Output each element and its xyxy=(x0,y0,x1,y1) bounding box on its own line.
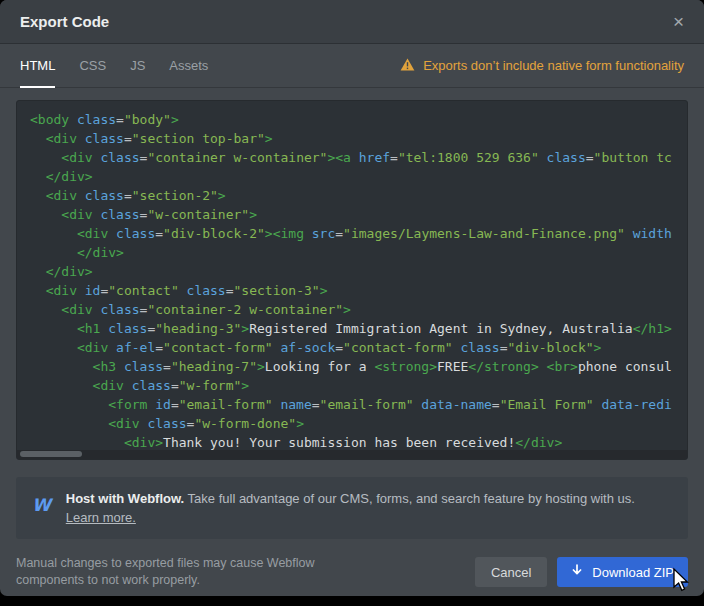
code-line: <div class="w-container"> xyxy=(30,205,674,224)
code-line: </div> xyxy=(30,167,674,186)
export-code-modal: Export Code × HTMLCSSJSAssets Exports do… xyxy=(0,0,704,596)
code-line: <h3 class="heading-7">Looking for a <str… xyxy=(30,357,674,376)
tab-js[interactable]: JS xyxy=(130,44,145,88)
code-line: <div class="section top-bar"> xyxy=(30,129,674,148)
code-line: <div class="container-2 w-container"> xyxy=(30,300,674,319)
warning-triangle-icon xyxy=(400,58,415,74)
code-line: <div id="contact" class="section-3"> xyxy=(30,281,674,300)
code-line: <form id="email-form" name="email-form" … xyxy=(30,395,674,414)
modal-header: Export Code × xyxy=(0,0,704,44)
download-arrow-icon xyxy=(571,564,583,580)
tab-list: HTMLCSSJSAssets xyxy=(20,44,208,87)
banner-bold-text: Host with Webflow. xyxy=(66,491,184,506)
screen: Export Code × HTMLCSSJSAssets Exports do… xyxy=(0,0,704,606)
download-button-label: Download ZIP xyxy=(592,565,674,580)
modal-title: Export Code xyxy=(20,13,109,30)
scrollbar-thumb[interactable] xyxy=(20,451,82,457)
footer-note: Manual changes to exported files may cau… xyxy=(16,555,346,589)
tab-css[interactable]: CSS xyxy=(79,44,106,88)
download-zip-button[interactable]: Download ZIP xyxy=(557,557,688,587)
code-line: <div class="container w-container"><a hr… xyxy=(30,148,674,167)
modal-footer: Manual changes to exported files may cau… xyxy=(0,539,704,589)
banner-text: Host with Webflow. Take full advantage o… xyxy=(66,489,635,527)
code-editor[interactable]: <body class="body"> <div class="section … xyxy=(16,100,688,460)
webflow-logo-icon: W xyxy=(32,497,51,514)
tab-bar: HTMLCSSJSAssets Exports don’t include na… xyxy=(0,44,704,88)
cancel-button[interactable]: Cancel xyxy=(475,557,547,587)
code-line: <div class="section-2"> xyxy=(30,186,674,205)
code-content[interactable]: <body class="body"> <div class="section … xyxy=(17,101,687,460)
footer-actions: Cancel Download ZIP xyxy=(475,557,688,587)
close-icon[interactable]: × xyxy=(673,12,684,31)
code-line: <body class="body"> xyxy=(30,110,674,129)
code-line: </div> xyxy=(30,262,674,281)
warning-text: Exports don’t include native form functi… xyxy=(423,58,684,73)
code-line: <div af-el="contact-form" af-sock="conta… xyxy=(30,338,674,357)
code-line: </div> xyxy=(30,243,674,262)
tab-assets[interactable]: Assets xyxy=(169,44,208,88)
horizontal-scrollbar[interactable] xyxy=(17,450,687,459)
code-line: <div class="w-form"> xyxy=(30,376,674,395)
code-line: <div class="div-block-2"><img src="image… xyxy=(30,224,674,243)
host-with-webflow-banner: W Host with Webflow. Take full advantage… xyxy=(16,477,688,539)
banner-body-text: Take full advantage of our CMS, forms, a… xyxy=(184,491,635,506)
code-line: <h1 class="heading-3">Registered Immigra… xyxy=(30,319,674,338)
code-line: <div class="w-form-done"> xyxy=(30,414,674,433)
learn-more-link[interactable]: Learn more. xyxy=(66,510,136,525)
tab-html[interactable]: HTML xyxy=(20,44,55,88)
form-functionality-warning: Exports don’t include native form functi… xyxy=(400,44,684,87)
